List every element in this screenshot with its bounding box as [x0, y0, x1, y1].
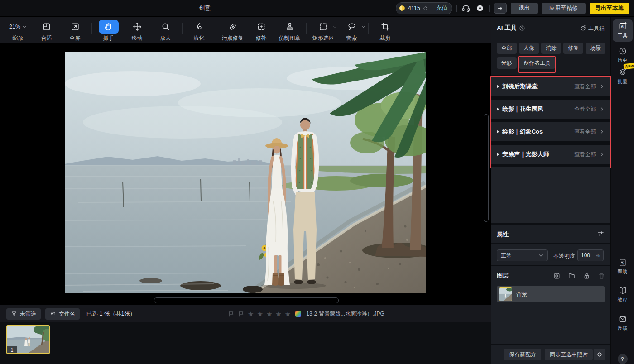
settings-icon[interactable] [475, 3, 485, 13]
panel-empty-area [491, 167, 610, 223]
rail-item-label: 反馈 [618, 325, 628, 332]
toolbar-divider [306, 23, 307, 34]
save-recipe-button[interactable]: 保存新配方 [504, 349, 541, 360]
rail-item-ai-tools[interactable]: Ai 工具 [613, 19, 633, 42]
selection-info: 已选 1 张（共1张） [86, 310, 135, 318]
star-icon[interactable]: ★ [266, 311, 272, 317]
batch-icon [618, 68, 627, 77]
tool-rect-select[interactable]: 矩形选区 [309, 20, 337, 42]
tool-label: 合适 [41, 34, 52, 42]
recharge-link[interactable]: 充值 [436, 5, 447, 12]
tool-lasso[interactable]: 套索 [337, 20, 366, 42]
sync-settings-button[interactable] [594, 349, 605, 360]
rail-item-tutorial[interactable]: 教程 [613, 284, 633, 306]
rail-item-feedback[interactable]: 反馈 [613, 312, 633, 335]
star-icon[interactable]: ★ [275, 311, 281, 317]
opacity-input[interactable] [581, 252, 593, 259]
exit-button[interactable]: 退出 [511, 3, 538, 14]
spot-heal-icon [228, 22, 238, 32]
top-bar: 创意 4115 充值 [0, 0, 634, 17]
lock-icon[interactable] [583, 272, 591, 280]
tool-move[interactable]: 移动 [123, 20, 151, 42]
rail-item-batch[interactable]: 批量 New [613, 66, 633, 88]
star-icon[interactable]: ★ [257, 311, 263, 317]
view-all-link[interactable]: 查看全部 [574, 128, 596, 136]
refresh-icon[interactable] [423, 5, 428, 11]
creator-section[interactable]: 安涂声｜光影大师 查看全部 [491, 145, 610, 164]
question-circle-icon[interactable] [519, 25, 525, 31]
view-all-link[interactable]: 查看全部 [574, 151, 596, 158]
zoom-control[interactable]: 21% 缩放 [4, 20, 32, 42]
lasso-icon [347, 22, 357, 32]
bottom-bar: 未筛选 文件名 已选 1 张（共1张） ★★★★★ 13-2-背景蒙版...水面… [0, 304, 491, 322]
tool-liquify[interactable]: 液化 [185, 20, 213, 42]
layer-name: 背景 [516, 291, 527, 298]
credits-pill[interactable]: 4115 充值 [396, 2, 452, 14]
tool-zoom-in[interactable]: 放大 [151, 20, 180, 42]
filter-chip-场景[interactable]: 场景 [586, 43, 605, 54]
filter-chip-消除[interactable]: 消除 [541, 43, 561, 54]
layer-thumbnail [499, 287, 512, 301]
apply-to-retouch-button[interactable]: 应用至精修 [542, 3, 586, 14]
new-group-folder-icon[interactable] [568, 272, 576, 280]
sliders-icon[interactable] [597, 230, 605, 238]
sort-icon [50, 311, 56, 317]
creator-section[interactable]: 刘锐后期课堂 查看全部 [491, 77, 610, 96]
tool-clone-stamp[interactable]: 仿制图章 [275, 20, 304, 42]
tool-hand[interactable]: 抓手 [94, 20, 123, 42]
right-rail: ? Ai 工具 历史 批量 New ? 帮助 教程 反馈 [610, 17, 634, 364]
star-icon[interactable]: ★ [285, 311, 291, 317]
star-icon[interactable]: ★ [248, 311, 254, 317]
opacity-field[interactable]: % [577, 249, 604, 261]
chevron-down-icon [333, 25, 337, 29]
toolbar-divider [91, 23, 92, 34]
help-circle-button[interactable]: ? [618, 354, 628, 364]
adjustment-layer-icon[interactable] [553, 272, 561, 280]
filter-chip-光影[interactable]: 光影 [497, 57, 517, 69]
flag-icon[interactable] [228, 311, 235, 317]
creator-section[interactable]: 绘影｜幻象Cos 查看全部 [491, 122, 610, 141]
export-local-button[interactable]: 导出至本地 [590, 3, 630, 14]
flag-icon[interactable] [238, 311, 245, 317]
collapse-panel-button[interactable] [494, 3, 507, 14]
view-all-link[interactable]: 查看全部 [574, 83, 596, 91]
sort-button[interactable]: 文件名 [45, 308, 80, 320]
canvas-photo[interactable] [65, 52, 426, 293]
opacity-unit: % [596, 253, 600, 258]
vertical-scrollbar[interactable] [484, 114, 489, 222]
creator-section[interactable]: 绘影｜花生国风 查看全部 [491, 100, 610, 119]
caret-right-icon [497, 130, 499, 134]
filter-chip-全部[interactable]: 全部 [497, 43, 517, 54]
toolbox-button[interactable]: 工具箱 [580, 24, 605, 32]
feedback-icon [618, 315, 627, 324]
cube-icon [580, 25, 586, 32]
rail-item-label: 工具 [618, 32, 628, 39]
layer-row[interactable]: 背景 [497, 286, 605, 302]
color-label-chip[interactable] [295, 311, 301, 317]
tool-patch[interactable]: 修补 [247, 20, 275, 42]
history-icon [618, 47, 627, 56]
filter-chip-修复[interactable]: 修复 [563, 43, 583, 54]
sync-to-selected-button[interactable]: 同步至选中照片 [545, 349, 593, 360]
filter-chip-人像[interactable]: 人像 [519, 43, 539, 54]
view-all-link[interactable]: 查看全部 [574, 105, 596, 113]
filter-button[interactable]: 未筛选 [6, 308, 41, 320]
tool-fullscreen[interactable]: 全屏 [61, 20, 89, 42]
canvas-area[interactable] [0, 43, 491, 304]
tool-spot-heal[interactable]: 污点修复 [218, 20, 247, 42]
coin-icon [399, 5, 406, 12]
support-headset-icon[interactable] [461, 3, 471, 13]
tool-crop[interactable]: 裁剪 [371, 20, 399, 42]
filter-chips-row-1: 全部人像消除修复场景 [497, 43, 605, 54]
photo-editor-window: 创意 4115 充值 [0, 0, 634, 364]
filter-chip-创作者工具[interactable]: 创作者工具 [519, 57, 555, 69]
horizontal-scrollbar[interactable] [154, 297, 339, 303]
properties-title: 属性 [497, 230, 509, 239]
photo-thumbnail[interactable]: 1 [6, 325, 50, 354]
toolbar-divider [368, 23, 369, 34]
blend-mode-select[interactable]: 正常 [497, 249, 548, 261]
rail-item-help[interactable]: ? 帮助 [613, 256, 633, 278]
clone-stamp-icon [285, 22, 295, 32]
tool-fit[interactable]: 合适 [32, 20, 61, 42]
trash-icon[interactable] [598, 272, 605, 280]
